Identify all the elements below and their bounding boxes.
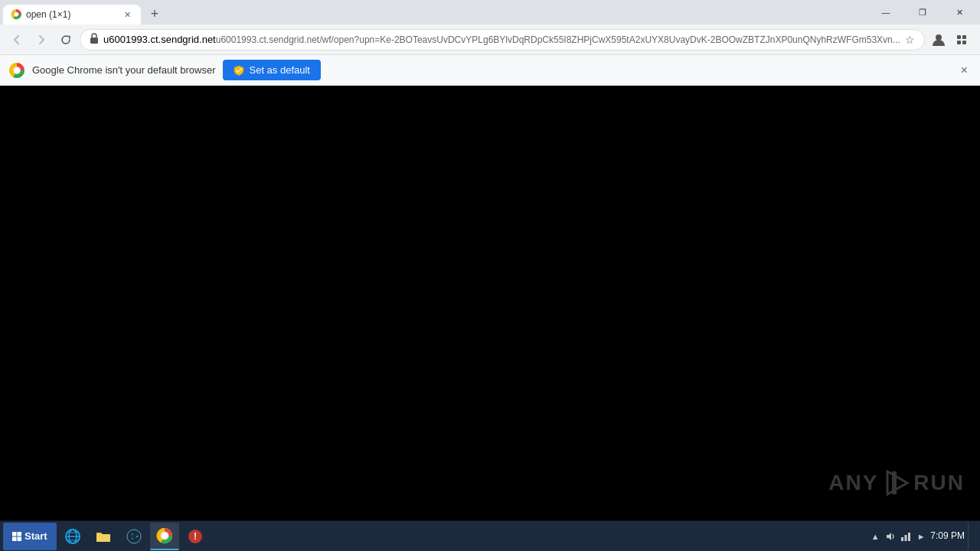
minimize-button[interactable]: — <box>868 0 903 24</box>
lock-icon <box>90 33 99 46</box>
start-button[interactable]: Start <box>3 523 57 550</box>
svg-rect-33 <box>908 533 910 541</box>
watermark-any-text: ANY <box>828 471 878 495</box>
svg-point-28 <box>162 533 167 538</box>
systray-network[interactable] <box>900 530 912 543</box>
set-as-default-button[interactable]: Set as default <box>223 60 321 80</box>
close-button[interactable]: ✕ <box>942 0 977 24</box>
svg-rect-15 <box>12 532 17 536</box>
svg-point-12 <box>15 67 20 73</box>
taskbar: Start <box>0 520 980 551</box>
title-bar: open (1×1) ✕ + — ❐ ✕ <box>0 0 980 24</box>
tab-favicon <box>11 9 21 20</box>
tab-title: open (1×1) <box>26 9 116 20</box>
svg-marker-13 <box>887 471 907 494</box>
chrome-taskbar-icon <box>156 527 173 544</box>
show-desktop-button[interactable] <box>968 523 971 550</box>
maximize-button[interactable]: ❐ <box>905 0 940 24</box>
svg-rect-16 <box>18 532 22 536</box>
reload-button[interactable] <box>55 29 77 51</box>
taskbar-item-stop[interactable]: ! <box>181 523 210 550</box>
svg-text:!: ! <box>194 531 197 542</box>
svg-rect-7 <box>962 41 966 44</box>
svg-rect-17 <box>12 536 17 541</box>
taskbar-item-media[interactable] <box>119 523 149 550</box>
bookmark-icon[interactable]: ☆ <box>905 34 915 46</box>
address-bar: u6001993.ct.sendgrid.netu6001993.ct.send… <box>0 24 980 55</box>
time-display[interactable]: 7:09 PM <box>930 530 965 543</box>
url-host: u6001993.ct.sendgrid.net <box>103 34 216 45</box>
svg-rect-2 <box>90 37 98 44</box>
profile-button[interactable] <box>928 29 949 51</box>
media-player-icon <box>126 528 142 545</box>
systray-volume[interactable] <box>884 530 897 543</box>
svg-rect-18 <box>18 536 22 541</box>
new-tab-button[interactable]: + <box>144 3 165 24</box>
start-icon <box>12 532 21 541</box>
svg-rect-32 <box>905 535 907 541</box>
tab-strip: open (1×1) ✕ + <box>3 0 868 24</box>
back-button[interactable] <box>6 29 28 51</box>
systray-arrow-right[interactable]: ► <box>915 530 927 543</box>
window-controls: — ❐ ✕ <box>868 0 977 24</box>
svg-rect-6 <box>957 41 961 44</box>
watermark-run-text: RUN <box>913 471 965 495</box>
extensions-button[interactable] <box>951 29 972 51</box>
ie-icon <box>64 528 81 545</box>
active-tab[interactable]: open (1×1) ✕ <box>3 5 141 24</box>
infobar-message: Google Chrome isn't your default browser <box>32 64 215 76</box>
svg-point-26 <box>132 534 136 539</box>
tab-close-button[interactable]: ✕ <box>121 8 133 21</box>
anyrun-logo-icon <box>881 468 910 497</box>
stop-icon: ! <box>187 528 204 545</box>
svg-point-1 <box>15 13 18 17</box>
infobar-close-button[interactable]: × <box>958 60 971 80</box>
svg-rect-31 <box>901 537 903 541</box>
taskbar-item-ie[interactable] <box>58 523 87 550</box>
default-browser-infobar: Google Chrome isn't your default browser… <box>0 55 980 86</box>
main-content: ANY RUN <box>0 86 980 520</box>
shield-icon <box>234 65 244 76</box>
menu-button[interactable] <box>974 29 980 51</box>
taskbar-items: ! <box>58 523 862 550</box>
systray: ▲ ► 7:09 PM <box>863 523 977 550</box>
toolbar-buttons <box>928 29 980 51</box>
set-default-label: Set as default <box>249 64 310 76</box>
svg-rect-4 <box>957 35 961 39</box>
chrome-logo-icon <box>9 63 24 78</box>
start-label: Start <box>24 530 47 542</box>
taskbar-item-chrome[interactable] <box>150 523 179 550</box>
url-bar[interactable]: u6001993.ct.sendgrid.netu6001993.ct.send… <box>80 29 925 51</box>
url-text: u6001993.ct.sendgrid.netu6001993.ct.send… <box>103 34 900 45</box>
svg-point-3 <box>936 34 942 41</box>
folder-icon <box>95 528 112 545</box>
svg-rect-5 <box>962 35 966 39</box>
anyrun-watermark: ANY RUN <box>828 468 965 497</box>
taskbar-item-explorer[interactable] <box>89 523 118 550</box>
systray-chevron[interactable]: ▲ <box>869 530 881 543</box>
svg-marker-14 <box>892 471 897 494</box>
forward-button[interactable] <box>31 29 52 51</box>
